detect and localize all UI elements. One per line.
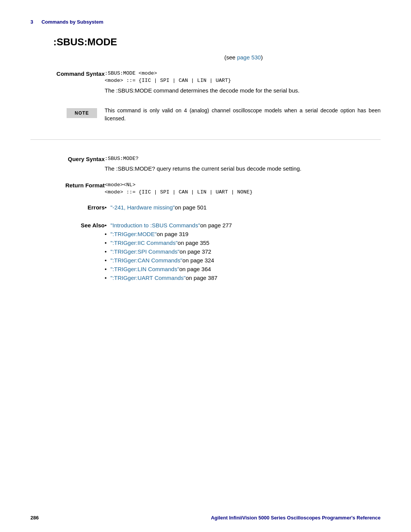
footer-page-number: 286 — [30, 515, 39, 521]
see-also-link-4[interactable]: ":TRIGger:CAN Commands" — [110, 257, 182, 264]
errors-link-0[interactable]: "-241, Hardware missing" — [110, 204, 175, 211]
see-also-link-1[interactable]: ":TRIGger:MODE" — [110, 231, 157, 237]
see-also-link-0[interactable]: "Introduction to :SBUS Commands" — [110, 222, 200, 228]
errors-label: Errors — [30, 202, 105, 215]
see-also-item-4: ":TRIGger:CAN Commands" on page 324 — [105, 257, 381, 264]
return-format-content: <mode><NL> <mode> ::= {IIC | SPI | CAN |… — [105, 180, 381, 197]
see-also-page-4: on page 324 — [182, 257, 214, 264]
return-format-line1: <mode><NL> — [105, 182, 381, 188]
see-also-page-1: on page 319 — [157, 231, 188, 237]
see-also-item-5: ":TRIGger:LIN Commands" on page 364 — [105, 266, 381, 272]
divider-row — [30, 131, 381, 148]
query-syntax-line1: :SBUS:MODE? — [105, 156, 381, 161]
section-title: :SBUS:MODE — [30, 36, 381, 48]
chapter-title: Commands by Subsystem — [41, 19, 104, 25]
query-syntax-content: :SBUS:MODE? The :SBUS:MODE? query return… — [105, 153, 381, 176]
command-syntax-line2: <mode> ::= {IIC | SPI | CAN | LIN | UART… — [105, 78, 381, 83]
see-also-item-2: ":TRIGger:IIC Commands" on page 355 — [105, 240, 381, 246]
content-table: Command Syntax :SBUS:MODE <mode> <mode> … — [30, 68, 381, 286]
command-syntax-label: Command Syntax — [30, 68, 105, 97]
see-also-page-5: on page 364 — [179, 266, 211, 272]
section-divider — [30, 139, 381, 140]
page-footer: 286 Agilent InfiniiVision 5000 Series Os… — [0, 515, 411, 521]
see-also-link-3[interactable]: ":TRIGger:SPI Commands" — [110, 248, 180, 255]
note-label-cell: NOTE — [30, 103, 105, 126]
note-row: NOTE This command is only valid on 4 (an… — [30, 103, 381, 126]
page-container: 3 Commands by Subsystem :SBUS:MODE (see … — [0, 0, 411, 532]
see-also-link-6[interactable]: ":TRIGger:UART Commands" — [110, 275, 186, 281]
main-content: :SBUS:MODE (see page 530) Command Syntax… — [0, 32, 411, 308]
see-ref: (see page 530) — [30, 54, 381, 61]
spacer-row-1 — [30, 97, 381, 103]
spacer-row-2 — [30, 126, 381, 131]
see-also-link-5[interactable]: ":TRIGger:LIN Commands" — [110, 266, 179, 272]
see-also-item-0: "Introduction to :SBUS Commands" on page… — [105, 222, 381, 228]
note-badge: NOTE — [67, 108, 97, 118]
note-text: This command is only valid on 4 (analog)… — [105, 107, 381, 123]
errors-page-0: on page 501 — [175, 204, 206, 211]
see-also-page-0: on page 277 — [200, 222, 232, 228]
see-also-page-6: on page 387 — [186, 275, 217, 281]
see-also-link-2[interactable]: ":TRIGger:IIC Commands" — [110, 240, 178, 246]
see-also-row: See Also "Introduction to :SBUS Commands… — [30, 220, 381, 286]
errors-content: "-241, Hardware missing" on page 501 — [105, 202, 381, 215]
command-syntax-line1: :SBUS:MODE <mode> — [105, 70, 381, 76]
see-also-content: "Introduction to :SBUS Commands" on page… — [105, 220, 381, 286]
return-format-line2: <mode> ::= {IIC | SPI | CAN | LIN | UART… — [105, 189, 381, 195]
note-content: This command is only valid on 4 (analog)… — [105, 103, 381, 126]
errors-row: Errors "-241, Hardware missing" on page … — [30, 202, 381, 215]
command-syntax-content: :SBUS:MODE <mode> <mode> ::= {IIC | SPI … — [105, 68, 381, 97]
spacer-row-3 — [30, 148, 381, 153]
errors-list: "-241, Hardware missing" on page 501 — [105, 204, 381, 211]
query-syntax-row: Query Syntax :SBUS:MODE? The :SBUS:MODE?… — [30, 153, 381, 176]
see-ref-link[interactable]: page 530 — [237, 54, 261, 61]
see-also-item-6: ":TRIGger:UART Commands" on page 387 — [105, 275, 381, 281]
spacer-row-5 — [30, 197, 381, 202]
see-also-list: "Introduction to :SBUS Commands" on page… — [105, 222, 381, 281]
spacer-row-4 — [30, 175, 381, 180]
return-format-row: Return Format <mode><NL> <mode> ::= {IIC… — [30, 180, 381, 197]
command-syntax-row: Command Syntax :SBUS:MODE <mode> <mode> … — [30, 68, 381, 97]
query-syntax-description: The :SBUS:MODE? query returns the curren… — [105, 165, 381, 173]
breadcrumb: 3 Commands by Subsystem — [0, 0, 411, 32]
query-syntax-label: Query Syntax — [30, 153, 105, 176]
spacer-row-6 — [30, 215, 381, 220]
errors-list-item-0: "-241, Hardware missing" on page 501 — [105, 204, 381, 211]
see-also-page-2: on page 355 — [178, 240, 209, 246]
see-also-item-3: ":TRIGger:SPI Commands" on page 372 — [105, 248, 381, 255]
see-also-page-3: on page 372 — [180, 248, 211, 255]
see-also-label: See Also — [30, 220, 105, 286]
command-syntax-description: The :SBUS:MODE command determines the de… — [105, 86, 381, 95]
see-also-item-1: ":TRIGger:MODE" on page 319 — [105, 231, 381, 237]
footer-title: Agilent InfiniiVision 5000 Series Oscill… — [211, 515, 381, 521]
chapter-number: 3 — [30, 19, 33, 25]
return-format-label: Return Format — [30, 180, 105, 197]
